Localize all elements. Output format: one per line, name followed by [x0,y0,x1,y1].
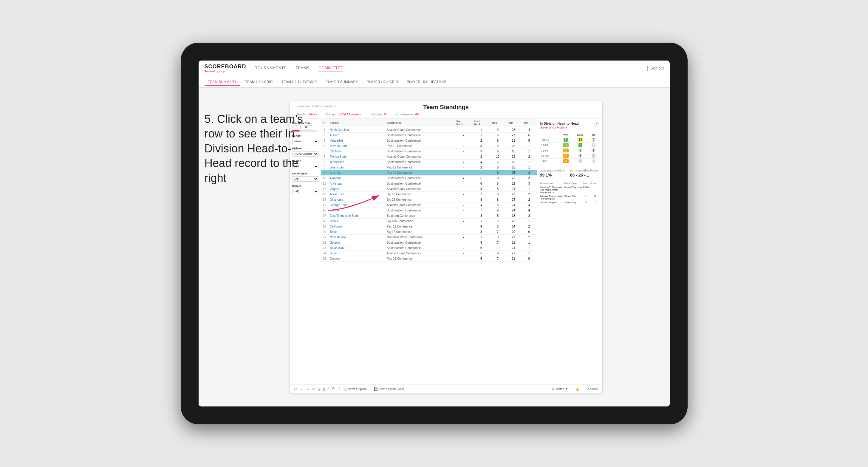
tab-team-h2h-heatmap[interactable]: TEAM H2H HEATMAP [278,79,320,85]
table-row[interactable]: 18 Illinois Big Ten Conference - 1 9 23 … [321,219,537,224]
tournament-score: 17 [590,201,599,204]
h2h-row: Top 10 3 13 0 [540,137,599,143]
table-row[interactable]: 16 Florida Southeastern Conference - 7 9… [321,208,537,213]
row-school: Vanderbilt [328,138,385,144]
h2h-rank-label: 51-100 [540,153,559,159]
h2h-win-cell: 20 [559,153,573,159]
table-row[interactable]: 5 Ole Miss Southeastern Conference - 3 6… [321,149,537,154]
row-reg-rank: - [455,138,472,144]
back-button[interactable]: ← [300,387,304,391]
row-school: Illinois [328,219,385,224]
tournament-name: Jackson T. Stephens Cup Men's Match-Play… [540,186,563,194]
row-school: Texas [328,229,385,235]
h2h-tie-cell [588,159,599,164]
table-row[interactable]: 25 Oregon Pac-12 Conference - 5 7 21 0 [321,256,537,261]
tab-player-h2h-heatmap[interactable]: PLAYER H2H HEATMAP [403,79,450,85]
row-tour: 22 [505,154,522,160]
row-school: New Mexico [328,235,385,240]
row-win: 2 [522,192,537,197]
table-row[interactable]: 20 Texas Big 12 Conference - 3 7 20 0 [321,229,537,235]
row-tour: 22 [505,181,522,186]
row-win: 2 [522,170,537,176]
paste-button[interactable]: ⎙ [322,387,325,391]
tournament-type: Match Play Loss [564,186,582,188]
rounds-slider[interactable] [292,130,317,131]
table-row[interactable]: 9 Arizona Pac-12 Conference - - 9 25 2 [321,170,537,176]
table-row[interactable]: 24 Duke Atlantic Coast Conference - 5 9 … [321,251,537,256]
table-row[interactable]: 11 Arkansas Southeastern Conference - 6 … [321,181,537,186]
table-row[interactable]: 8 Washington Pac-12 Conference - 2 8 23 … [321,165,537,170]
table-row[interactable]: 12 Virginia Atlantic Coast Conference - … [321,186,537,192]
table-row[interactable]: 19 California Pac-12 Conference - 4 8 24… [321,224,537,229]
row-conf-rank: 1 [472,192,490,197]
tab-team-summary[interactable]: TEAM SUMMARY [205,79,240,86]
sign-out-button[interactable]: Sign out [650,66,663,70]
row-win: 0 [522,229,537,235]
row-win: 0 [522,256,537,261]
h2h-loss-cell: 3 [573,153,588,159]
filter-row: Gender: Men's Division: NCAA Division I … [296,113,596,116]
tablet-device: SCOREBOARD Powered by clippd TOURNAMENTS… [181,43,688,424]
row-win: 5 [522,138,537,144]
watch-button[interactable]: 👁 Watch ▼ [552,387,568,391]
tab-player-h2h-grid[interactable]: PLAYER H2H GRID [363,79,402,85]
table-row[interactable]: 1 North Carolina Atlantic Coast Conferen… [321,127,537,133]
table-row[interactable]: 17 East Tennessee State Southern Confere… [321,213,537,219]
circle-button[interactable]: ○ [328,387,330,391]
row-tour: 23 [505,219,522,224]
tab-team-h2h-grid[interactable]: TEAM H2H GRID [242,79,276,85]
nav-tournaments[interactable]: TOURNAMENTS [255,64,287,72]
table-row[interactable]: 22 Georgia Southeastern Conference - 8 7… [321,240,537,245]
main-content: 5. Click on a team's row to see their In… [198,88,670,406]
row-reg-rank: - [455,192,472,197]
table-row[interactable]: 10 Alabama Southeastern Conference - 5 8… [321,176,537,181]
table-row[interactable]: 23 Texas A&M Southeastern Conference - 9… [321,245,537,251]
app-logo: SCOREBOARD Powered by clippd [205,64,246,73]
table-row[interactable]: 15 Georgia Tech Atlantic Coast Conferenc… [321,203,537,208]
row-conf-rank: 3 [472,186,490,192]
nav-committee[interactable]: COMMITTEE [318,64,343,72]
row-conf-rank: - [472,170,490,176]
school-select[interactable]: (All) [292,189,318,194]
table-row[interactable]: 3 Vanderbilt Southeastern Conference - 2… [321,138,537,144]
table-row[interactable]: 14 Oklahoma Big 12 Conference - 8 8 24 2 [321,197,537,203]
time-button[interactable]: ⏱ [332,387,336,391]
thumbs-up-button[interactable]: 👍 [576,387,579,391]
row-num: 5 [321,149,328,154]
table-row[interactable]: 7 Tennessee Southeastern Conference - 4 … [321,160,537,165]
tab-player-summary[interactable]: PLAYER SUMMARY [322,79,362,85]
row-school: Texas A&M [328,245,385,251]
row-conference: Southeastern Conference [385,160,455,165]
copy-button[interactable]: ⎘ [318,387,320,391]
row-tour: 27 [505,192,522,197]
undo-button[interactable]: ↩ [294,387,297,391]
row-reg-rank: - [455,160,472,165]
forward-button[interactable]: → [306,387,310,391]
cut-button[interactable]: ✂ [312,387,315,391]
table-row[interactable]: 2 Auburn Southeastern Conference - 1 9 2… [321,133,537,138]
tournament-pos: 1 [583,195,589,197]
nav-teams[interactable]: TEAMS [296,64,310,72]
row-win: 1 [522,186,537,192]
table-row[interactable]: 6 Florida State Atlantic Coast Conferenc… [321,154,537,160]
table-row[interactable]: 21 New Mexico Mountain West Conference -… [321,235,537,240]
row-conf-rank: 1 [472,235,490,240]
row-conference: Pac-12 Conference [385,224,455,229]
table-row[interactable]: 4 Arizona State Pac-12 Conference - 3 9 … [321,144,537,149]
row-win: 1 [522,149,537,154]
view-original-button[interactable]: 📊 View: Original [343,387,367,391]
col-school: School [328,119,385,127]
col-win: Win [522,119,537,127]
share-button[interactable]: ↗ Share [587,387,598,391]
row-conference: Southeastern Conference [385,133,455,138]
row-conference: Big 12 Conference [385,229,455,235]
row-conference: Southeastern Conference [385,240,455,245]
row-rds: 8 [490,176,505,181]
h2h-rank-col [540,133,559,137]
h2h-row: 11-25 11 8 0 [540,143,599,148]
row-school: Washington [328,165,385,170]
save-custom-view-button[interactable]: 💾 Save Custom View [374,387,404,391]
row-conference: Pac-12 Conference [385,256,455,261]
bottom-toolbar: ↩ ← → ✂ ⎘ ⎙ ○ ⏱ 📊 View: Original [290,384,602,393]
table-row[interactable]: 13 Texas Tech Big 12 Conference - 1 9 27… [321,192,537,197]
